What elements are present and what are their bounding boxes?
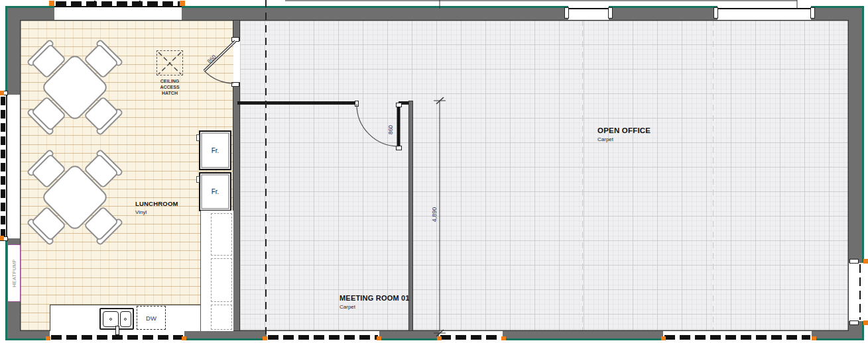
window-marker (0, 236, 4, 240)
meeting-room-label: MEETING ROOM 01 (340, 294, 410, 302)
window-marker (180, 1, 185, 6)
floor-plan: Fr. Fr. DW HEATPUMP CEILING ACCESS HATCH (0, 0, 868, 343)
open-office-finish-label: Carpet (597, 136, 613, 142)
window-marker (0, 91, 4, 95)
window-marker (46, 336, 50, 340)
lunchroom-finish-label: Vinyl (135, 209, 147, 215)
linework-overlay (0, 0, 868, 343)
window-marker (49, 1, 54, 6)
window-marker (661, 336, 666, 340)
door-swing-arc (204, 71, 233, 83)
open-office-label: OPEN OFFICE (597, 126, 651, 134)
window-marker (501, 336, 506, 340)
window-marker (377, 336, 381, 340)
window-marker (863, 259, 868, 264)
ceiling-hatch-cross (158, 52, 181, 74)
meeting-door-dimension: 860 (387, 120, 394, 140)
window-marker (863, 320, 868, 325)
window-marker (182, 336, 186, 340)
meeting-depth-dimension: 4,890 (431, 201, 438, 228)
meeting-room-finish-label: Carpet (340, 304, 355, 310)
window-marker (263, 336, 267, 340)
window-marker (812, 336, 816, 340)
window-marker (437, 336, 442, 340)
lunchroom-label: LUNCHROOM (135, 200, 178, 207)
